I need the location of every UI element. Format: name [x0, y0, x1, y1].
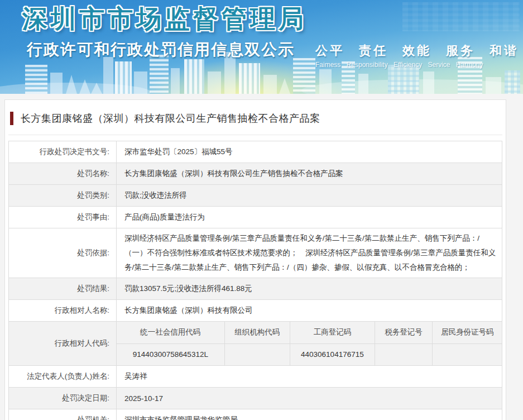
- table-row-decision-date: 处罚决定日期: 2025-10-17: [9, 388, 502, 409]
- code-header-row: 统一社会信用代码 组织机构代码 工商登记码 税务登记号 居民身份证号码: [117, 322, 502, 343]
- row-label: 处罚依据:: [9, 228, 117, 278]
- table-row-penalty-result: 处罚结果: 罚款13057.5元;没收违法所得461.88元: [9, 278, 502, 300]
- site-banner: 深圳市市场监督管理局 行政许可和行政处罚信用信息双公示 公平 责任 效能 服务 …: [0, 0, 523, 94]
- row-label: 处罚事由:: [9, 207, 117, 228]
- slogan-block: 公平 责任 效能 服务 和谐 Faimess Responsibility Ef…: [315, 42, 519, 69]
- code-value: [224, 343, 290, 365]
- code-value-row: 91440300758645312L 440306104176715: [117, 343, 502, 365]
- table-row-party-codes: 行政相对人代码: 统一社会信用代码 组织机构代码 工商登记码 税务登记号 居民身…: [9, 322, 502, 366]
- code-col-header: 组织机构代码: [224, 322, 290, 343]
- row-label: 行政相对人名称:: [9, 300, 117, 322]
- table-row-penalty-reason: 处罚事由: 产品(商品)质量违法行为: [9, 207, 502, 228]
- code-value: 440306104176715: [290, 343, 375, 365]
- table-row-legal-representative: 法定代表人(负责人)姓名: 吴涛祥: [9, 366, 502, 388]
- row-value: 深圳经济特区产品质量管理条例/第三章产品质量责任和义务/第二十三条/第二款禁止生…: [117, 228, 502, 278]
- row-value: 深市监华处罚〔2025〕福城55号: [117, 141, 502, 163]
- case-title: 长方集团康铭盛（深圳）科技有限公司生产销售抽检不合格产品案: [8, 100, 502, 135]
- code-col-header: 税务登记号: [375, 322, 433, 343]
- sub-banner-title: 行政许可和行政处罚信用信息双公示: [27, 39, 295, 60]
- party-codes-subtable: 统一社会信用代码 组织机构代码 工商登记码 税务登记号 居民身份证号码 9144…: [117, 322, 502, 365]
- row-label: 行政处罚决定书文号:: [9, 141, 117, 163]
- table-row-penalty-category: 处罚类别: 罚款;没收违法所得: [9, 185, 502, 207]
- row-value: 产品(商品)质量违法行为: [117, 207, 502, 228]
- party-codes-subtable-cell: 统一社会信用代码 组织机构代码 工商登记码 税务登记号 居民身份证号码 9144…: [117, 322, 502, 366]
- row-label: 处罚结果:: [9, 278, 117, 300]
- row-label: 处罚名称:: [9, 163, 117, 185]
- code-col-header: 居民身份证号码: [433, 322, 502, 343]
- row-value: 罚款;没收违法所得: [117, 185, 502, 207]
- table-row-decision-number: 行政处罚决定书文号: 深市监华处罚〔2025〕福城55号: [9, 141, 502, 163]
- code-col-header: 统一社会信用代码: [117, 322, 224, 343]
- row-value: 长方集团康铭盛（深圳）科技有限公司生产销售抽检不合格产品案: [117, 163, 502, 185]
- row-value: 长方集团康铭盛（深圳）科技有限公司: [117, 300, 502, 322]
- code-value: [375, 343, 433, 365]
- row-label: 处罚机关:: [9, 409, 117, 420]
- row-label: 处罚决定日期:: [9, 388, 117, 409]
- banner-window-decoration: [402, 2, 520, 31]
- table-row-penalty-authority: 处罚机关: 深圳市市场监督管理局龙华监管局: [9, 409, 502, 420]
- table-row-penalty-name: 处罚名称: 长方集团康铭盛（深圳）科技有限公司生产销售抽检不合格产品案: [9, 163, 502, 185]
- row-value: 深圳市市场监督管理局龙华监管局: [117, 409, 502, 420]
- row-label: 处罚类别:: [9, 185, 117, 207]
- code-value: [433, 343, 502, 365]
- table-row-penalty-basis: 处罚依据: 深圳经济特区产品质量管理条例/第三章产品质量责任和义务/第二十三条/…: [9, 228, 502, 278]
- agency-title: 深圳市市场监督管理局: [22, 2, 307, 36]
- title-accent-bar: [10, 112, 13, 125]
- content-panel: 长方集团康铭盛（深圳）科技有限公司生产销售抽检不合格产品案 行政处罚决定书文号:…: [4, 99, 506, 420]
- code-value: 91440300758645312L: [117, 343, 224, 365]
- slogan-chinese: 公平 责任 效能 服务 和谐: [315, 42, 519, 59]
- row-value: 罚款13057.5元;没收违法所得461.88元: [117, 278, 502, 300]
- code-col-header: 工商登记码: [290, 322, 375, 343]
- penalty-info-table: 行政处罚决定书文号: 深市监华处罚〔2025〕福城55号 处罚名称: 长方集团康…: [8, 141, 502, 420]
- row-value: 2025-10-17: [117, 388, 502, 409]
- row-label: 行政相对人代码:: [9, 322, 117, 366]
- row-label: 法定代表人(负责人)姓名:: [9, 366, 117, 388]
- slogan-english: Faimess Responsibility Efficiency Servic…: [315, 61, 519, 69]
- table-row-party-name: 行政相对人名称: 长方集团康铭盛（深圳）科技有限公司: [9, 300, 502, 322]
- case-title-text: 长方集团康铭盛（深圳）科技有限公司生产销售抽检不合格产品案: [21, 112, 320, 125]
- row-value: 吴涛祥: [117, 366, 502, 388]
